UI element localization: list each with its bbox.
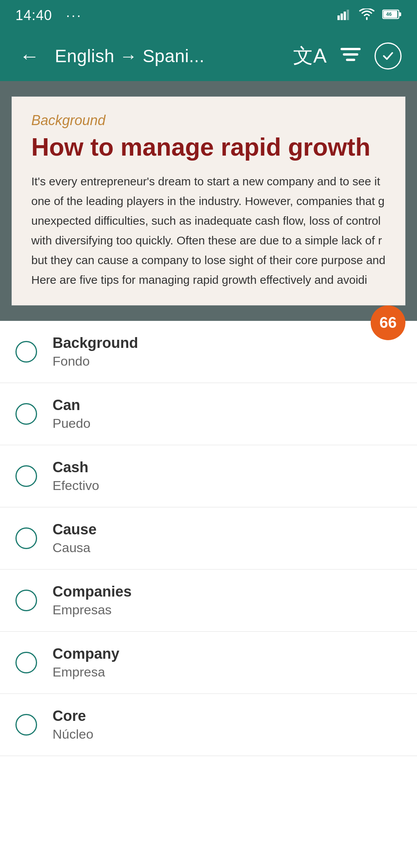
vocab-english-2: Cash bbox=[53, 459, 99, 476]
vocab-text-4: Companies Empresas bbox=[53, 583, 132, 617]
vocab-radio-3[interactable] bbox=[15, 527, 37, 549]
vocab-radio-6[interactable] bbox=[15, 714, 37, 736]
article-image: Background How to manage rapid growth It… bbox=[12, 97, 405, 305]
vocab-translation-4: Empresas bbox=[53, 602, 132, 617]
vocab-translation-5: Empresa bbox=[53, 665, 119, 680]
vocab-radio-2[interactable] bbox=[15, 465, 37, 487]
wifi-icon bbox=[359, 8, 375, 23]
back-button[interactable]: ← bbox=[15, 41, 43, 71]
status-time: 14:40 bbox=[15, 7, 52, 24]
vocab-count-badge: 66 bbox=[371, 305, 405, 340]
vocab-text-2: Cash Efectivo bbox=[53, 459, 99, 493]
article-image-section: Background How to manage rapid growth It… bbox=[0, 81, 417, 321]
vocab-section: 66 Background Fondo Can Puedo Cash Efect… bbox=[0, 321, 417, 756]
signal-icon bbox=[337, 8, 351, 23]
svg-rect-3 bbox=[347, 10, 349, 20]
svg-rect-1 bbox=[341, 14, 343, 20]
nav-title: English → Spani... bbox=[55, 46, 281, 66]
filter-icon-button[interactable] bbox=[341, 44, 361, 68]
vocab-translation-0: Fondo bbox=[53, 354, 138, 369]
vocab-item: Cash Efectivo bbox=[0, 445, 417, 507]
check-icon-button[interactable] bbox=[375, 42, 402, 70]
vocab-translation-2: Efectivo bbox=[53, 478, 99, 493]
vocab-english-5: Company bbox=[53, 646, 119, 662]
status-right: 46 bbox=[337, 8, 402, 23]
svg-rect-0 bbox=[337, 15, 340, 20]
status-dots: ··· bbox=[66, 7, 82, 24]
vocab-english-0: Background bbox=[53, 335, 138, 351]
svg-rect-9 bbox=[343, 53, 358, 56]
article-body: It's every entrepreneur's dream to start… bbox=[31, 171, 386, 290]
battery-icon: 46 bbox=[382, 9, 402, 22]
svg-rect-2 bbox=[344, 12, 346, 20]
vocab-text-0: Background Fondo bbox=[53, 335, 138, 369]
vocab-item: Cause Causa bbox=[0, 507, 417, 570]
vocab-text-5: Company Empresa bbox=[53, 646, 119, 680]
vocab-radio-5[interactable] bbox=[15, 652, 37, 673]
article-bg-label: Background bbox=[31, 112, 386, 129]
status-bar: 14:40 ··· bbox=[0, 0, 417, 31]
article-title: How to manage rapid growth bbox=[31, 132, 386, 162]
vocab-item: Company Empresa bbox=[0, 632, 417, 694]
vocab-translation-1: Puedo bbox=[53, 416, 90, 431]
svg-rect-10 bbox=[346, 59, 355, 61]
svg-text:46: 46 bbox=[386, 11, 392, 17]
vocab-item: Core Núcleo bbox=[0, 694, 417, 756]
vocab-translation-6: Núcleo bbox=[53, 727, 93, 742]
vocab-list: Background Fondo Can Puedo Cash Efectivo… bbox=[0, 321, 417, 756]
vocab-english-1: Can bbox=[53, 397, 90, 414]
vocab-english-6: Core bbox=[53, 708, 93, 724]
vocab-text-3: Cause Causa bbox=[53, 521, 97, 555]
vocab-item: Companies Empresas bbox=[0, 570, 417, 632]
svg-rect-5 bbox=[399, 12, 401, 16]
vocab-english-3: Cause bbox=[53, 521, 97, 538]
vocab-english-4: Companies bbox=[53, 583, 132, 600]
vocab-radio-1[interactable] bbox=[15, 403, 37, 425]
vocab-text-6: Core Núcleo bbox=[53, 708, 93, 742]
status-left: 14:40 ··· bbox=[15, 7, 82, 24]
vocab-translation-3: Causa bbox=[53, 540, 97, 555]
vocab-text-1: Can Puedo bbox=[53, 397, 90, 431]
translate-icon-button[interactable]: 文A bbox=[293, 42, 327, 70]
vocab-radio-0[interactable] bbox=[15, 341, 37, 363]
nav-icons: 文A bbox=[293, 42, 402, 70]
nav-bar: ← English → Spani... 文A bbox=[0, 31, 417, 81]
vocab-item: Background Fondo bbox=[0, 321, 417, 383]
vocab-item: Can Puedo bbox=[0, 383, 417, 445]
vocab-radio-4[interactable] bbox=[15, 590, 37, 611]
svg-rect-8 bbox=[341, 48, 361, 50]
